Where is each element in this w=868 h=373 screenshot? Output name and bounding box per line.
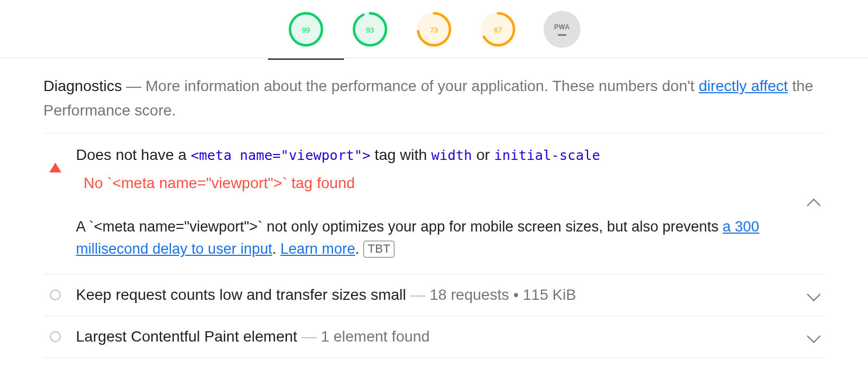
pwa-dash-icon: [558, 34, 566, 36]
score-gauge-3[interactable]: 67: [480, 11, 516, 48]
t: A `<meta name="viewport">` not only opti…: [76, 218, 723, 235]
chevron-up-icon: [807, 199, 820, 213]
learn-more-link[interactable]: Learn more: [280, 241, 355, 257]
audit-meta: 18 requests • 115 KiB: [430, 286, 576, 303]
audit-viewport[interactable]: Does not have a <meta name="viewport"> t…: [43, 133, 825, 275]
diagnostics-desc-prefix: More information about the performance o…: [145, 78, 699, 94]
gauge-icon: 73: [416, 11, 452, 48]
code: initial-scale: [494, 147, 601, 163]
gauge-icon: 93: [352, 11, 388, 48]
score-gauge-2[interactable]: 73: [416, 11, 452, 48]
audit-title: Keep request counts low and transfer siz…: [76, 286, 406, 303]
info-circle-icon: [50, 331, 61, 342]
audit-meta: 1 element found: [321, 328, 430, 345]
diagnostics-header: Diagnostics — More information about the…: [43, 58, 825, 133]
fail-triangle-icon: [49, 163, 61, 172]
t: .: [272, 241, 280, 257]
collapse-toggle[interactable]: [803, 196, 825, 210]
active-tab-indicator: [268, 59, 344, 60]
diagnostics-section: Diagnostics — More information about the…: [0, 58, 868, 358]
pwa-badge[interactable]: PWA: [544, 11, 580, 48]
t: or: [472, 146, 494, 163]
audit-title: Does not have a <meta name="viewport"> t…: [76, 146, 790, 164]
score-value: 73: [430, 26, 438, 34]
expand-toggle[interactable]: [803, 286, 825, 303]
score-tabs: 99 93 73 67 PWA: [0, 0, 868, 58]
gauge-icon: 99: [288, 11, 324, 48]
score-value: 93: [366, 26, 374, 34]
chevron-down-icon: [807, 330, 820, 343]
directly-affect-link[interactable]: directly affect: [699, 78, 788, 94]
audit-lcp-element[interactable]: Largest Contentful Paint element — 1 ele…: [43, 316, 825, 358]
chevron-down-icon: [807, 288, 820, 301]
info-circle-icon: [50, 290, 61, 300]
diagnostics-title: Diagnostics: [43, 78, 122, 94]
score-gauge-0[interactable]: 99: [288, 11, 324, 48]
gauge-icon: 67: [480, 11, 516, 48]
audit-subtitle: No `<meta name="viewport">` tag found: [76, 164, 790, 192]
score-gauge-1[interactable]: 93: [352, 11, 388, 48]
code: <meta name="viewport">: [191, 147, 371, 163]
dash: —: [410, 286, 430, 303]
score-value: 99: [302, 26, 310, 34]
tbt-tag: TBT: [363, 241, 395, 258]
dash: —: [302, 328, 321, 345]
pwa-label: PWA: [554, 23, 570, 31]
score-value: 67: [494, 26, 502, 34]
t: .: [355, 241, 363, 257]
t: tag with: [371, 146, 431, 163]
dash: —: [122, 78, 146, 94]
t: Does not have a: [76, 146, 191, 163]
audit-title: Largest Contentful Paint element: [76, 328, 297, 345]
audit-description: A `<meta name="viewport">` not only opti…: [76, 192, 790, 261]
code: width: [431, 147, 472, 163]
expand-toggle[interactable]: [803, 328, 825, 344]
audit-request-counts[interactable]: Keep request counts low and transfer siz…: [43, 274, 825, 316]
